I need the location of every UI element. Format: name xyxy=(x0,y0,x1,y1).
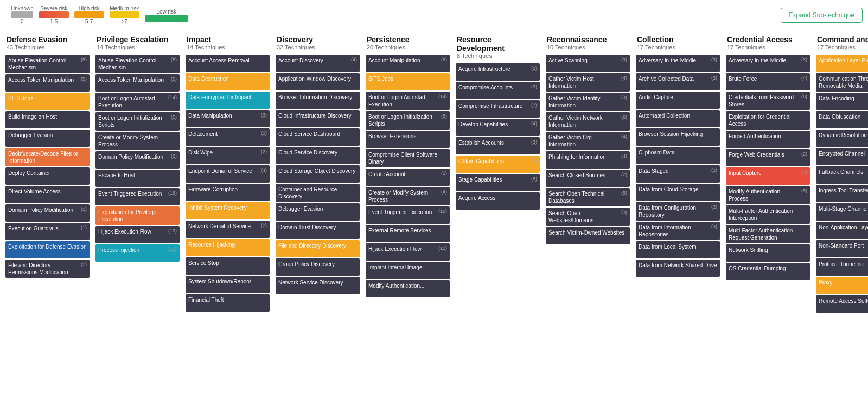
technique-item[interactable]: External Remote Services xyxy=(366,225,450,242)
technique-item[interactable]: Active Scanning(3) xyxy=(546,55,630,72)
technique-item[interactable]: Data Destruction xyxy=(186,73,270,90)
technique-item[interactable]: Financial Theft xyxy=(186,294,270,312)
technique-item[interactable]: Develop Capabilities(4) xyxy=(456,119,540,136)
technique-item[interactable]: Browser Extensions xyxy=(366,131,450,148)
technique-item[interactable]: Debugger Evasion xyxy=(5,130,90,147)
technique-item[interactable]: Acquire Infrastructure(8) xyxy=(456,63,540,81)
technique-item[interactable]: Data from Information Repositories(3) xyxy=(636,222,720,240)
technique-item[interactable]: Abuse Elevation Control Mechanism(5) xyxy=(5,55,90,73)
technique-item[interactable]: Multi-Factor Authentication Request Gene… xyxy=(726,225,810,243)
technique-item[interactable]: Exploitation for Credential Access xyxy=(726,111,810,130)
technique-item[interactable]: Process Injection(12) xyxy=(95,244,180,262)
technique-item[interactable]: Fallback Channels xyxy=(816,166,868,184)
technique-item[interactable]: Multi-Stage Channels xyxy=(816,203,868,221)
technique-item[interactable]: Boot or Logon Initialization Scripts(5) xyxy=(366,111,450,130)
technique-item[interactable]: Search Open Technical Databases(5) xyxy=(546,188,630,206)
technique-item[interactable]: Create Account(3) xyxy=(366,169,450,186)
technique-item[interactable]: Input Capture(4) xyxy=(726,167,810,185)
technique-item[interactable]: Data from Configuration Repository(2) xyxy=(636,202,720,221)
technique-item[interactable]: Stage Capabilities(6) xyxy=(456,174,540,191)
technique-item[interactable]: Hijack Execution Flow(12) xyxy=(366,243,450,261)
technique-item[interactable]: Search Victim-Owned Websites xyxy=(546,227,630,244)
technique-item[interactable]: Boot or Logon Autostart Execution(14) xyxy=(366,92,450,110)
technique-item[interactable]: Hijack Execution Flow(12) xyxy=(95,226,180,243)
technique-item[interactable]: Service Stop xyxy=(186,257,270,275)
technique-item[interactable]: Event Triggered Execution(16) xyxy=(95,188,180,205)
technique-item[interactable]: Deploy Container xyxy=(5,167,90,185)
technique-item[interactable]: Forge Web Credentials(2) xyxy=(726,149,810,166)
technique-item[interactable]: Adversary-in-the-Middle(3) xyxy=(726,55,810,72)
technique-item[interactable]: Create or Modify System Process xyxy=(95,132,180,150)
technique-item[interactable]: Data from Network Shared Drive xyxy=(636,260,720,277)
technique-item[interactable]: Disk Wipe(2) xyxy=(186,147,270,164)
technique-item[interactable]: Modify Authentication... xyxy=(366,280,450,297)
technique-item[interactable]: Cloud Service Discovery xyxy=(276,147,360,164)
technique-item[interactable]: Container and Resource Discovery xyxy=(276,184,360,202)
technique-item[interactable]: System Shutdown/Reboot xyxy=(186,276,270,293)
technique-item[interactable]: Audio Capture xyxy=(636,92,720,109)
technique-item[interactable]: Exploitation for Defense Evasion xyxy=(5,241,90,258)
expand-subtechnique-button[interactable]: Expand Sub-technique xyxy=(781,8,863,23)
technique-item[interactable]: Boot or Logon Autostart Execution(14) xyxy=(95,93,180,111)
technique-item[interactable]: Direct Volume Access xyxy=(5,186,90,203)
technique-item[interactable]: Dynamic Resolution(3) xyxy=(816,130,868,147)
technique-item[interactable]: Build Image on Host xyxy=(5,111,90,128)
technique-item[interactable]: Clipboard Data xyxy=(636,147,720,164)
technique-item[interactable]: Data Staged(2) xyxy=(636,165,720,183)
technique-item[interactable]: Endpoint Denial of Service(4) xyxy=(186,165,270,183)
technique-item[interactable]: Access Token Manipulation(5) xyxy=(95,74,180,92)
technique-item[interactable]: Proxy(4) xyxy=(816,277,868,294)
technique-item[interactable]: Credentials from Password Stores(6) xyxy=(726,92,810,110)
technique-item[interactable]: Protocol Tunneling xyxy=(816,258,868,276)
technique-item[interactable]: Non-Application Layer Protocol xyxy=(816,222,868,239)
technique-item[interactable]: Encrypted Channel(2) xyxy=(816,148,868,165)
technique-item[interactable]: Search Closed Sources(2) xyxy=(546,170,630,187)
technique-item[interactable]: Communication Through Removable Media xyxy=(816,73,868,92)
technique-item[interactable]: Data from Cloud Storage xyxy=(636,184,720,201)
technique-item[interactable]: Data Manipulation(3) xyxy=(186,110,270,127)
technique-item[interactable]: Gather Victim Org Information(4) xyxy=(546,132,630,150)
technique-item[interactable]: Compromise Client Software Binary xyxy=(366,149,450,167)
technique-item[interactable]: Search Open Websites/Domains(3) xyxy=(546,208,630,226)
technique-item[interactable]: Execution Guardrails(1) xyxy=(5,223,90,240)
technique-item[interactable]: Firmware Corruption xyxy=(186,184,270,201)
technique-item[interactable]: Group Policy Discovery xyxy=(276,258,360,276)
technique-item[interactable]: Ingress Tool Transfer xyxy=(816,185,868,202)
technique-item[interactable]: Account Discovery(4) xyxy=(276,55,360,72)
technique-item[interactable]: Remote Access Software xyxy=(816,295,868,313)
technique-item[interactable]: Network Sniffing xyxy=(726,244,810,262)
technique-item[interactable]: Defacement(2) xyxy=(186,128,270,146)
technique-item[interactable]: Brute Force(4) xyxy=(726,73,810,90)
technique-item[interactable]: Network Denial of Service(2) xyxy=(186,221,270,238)
technique-item[interactable]: Debugger Evasion xyxy=(276,203,360,221)
technique-item[interactable]: Automated Collection xyxy=(636,110,720,127)
technique-item[interactable]: Browser Session Hijacking xyxy=(636,128,720,146)
technique-item[interactable]: File and Directory Discovery xyxy=(276,240,360,257)
technique-item[interactable]: Gather Victim Host Information(4) xyxy=(546,73,630,92)
technique-item[interactable]: Data from Local System xyxy=(636,241,720,258)
technique-item[interactable]: Cloud Infrastructure Discovery xyxy=(276,110,360,127)
technique-item[interactable]: Network Service Discovery xyxy=(276,277,360,294)
technique-item[interactable]: Application Window Discovery xyxy=(276,73,360,90)
technique-item[interactable]: Modify Authentication Process(8) xyxy=(726,186,810,204)
technique-item[interactable]: Domain Policy Modification(2) xyxy=(5,204,90,222)
technique-item[interactable]: File and Directory Permissions Modificat… xyxy=(5,260,90,278)
technique-item[interactable]: Domain Policy Modification(2) xyxy=(95,151,180,169)
technique-item[interactable]: Obtain Capabilities(6) xyxy=(456,156,540,173)
technique-item[interactable]: Adversary-in-the-Middle(3) xyxy=(636,55,720,72)
technique-item[interactable]: Inhibit System Recovery xyxy=(186,202,270,219)
technique-item[interactable]: Gather Victim Network Information(6) xyxy=(546,112,630,131)
technique-item[interactable]: Data Encoding(2) xyxy=(816,93,868,110)
technique-item[interactable]: Resource Hijacking xyxy=(186,239,270,256)
technique-item[interactable]: Browser Information Discovery xyxy=(276,92,360,109)
technique-item[interactable]: Acquire Access xyxy=(456,192,540,210)
technique-item[interactable]: Archive Collected Data(3) xyxy=(636,73,720,90)
technique-item[interactable]: Escape to Host xyxy=(95,170,180,187)
technique-item[interactable]: Multi-Factor Authentication Interception xyxy=(726,205,810,224)
technique-item[interactable]: Access Token Manipulation(5) xyxy=(5,74,90,92)
technique-item[interactable]: Create or Modify System Process(4) xyxy=(366,187,450,205)
technique-item[interactable]: Data Obfuscation(3) xyxy=(816,111,868,128)
technique-item[interactable]: Event Triggered Execution(16) xyxy=(366,206,450,224)
technique-item[interactable]: Cloud Service Dashboard xyxy=(276,128,360,146)
technique-item[interactable]: Compromise Infrastructure(7) xyxy=(456,100,540,118)
